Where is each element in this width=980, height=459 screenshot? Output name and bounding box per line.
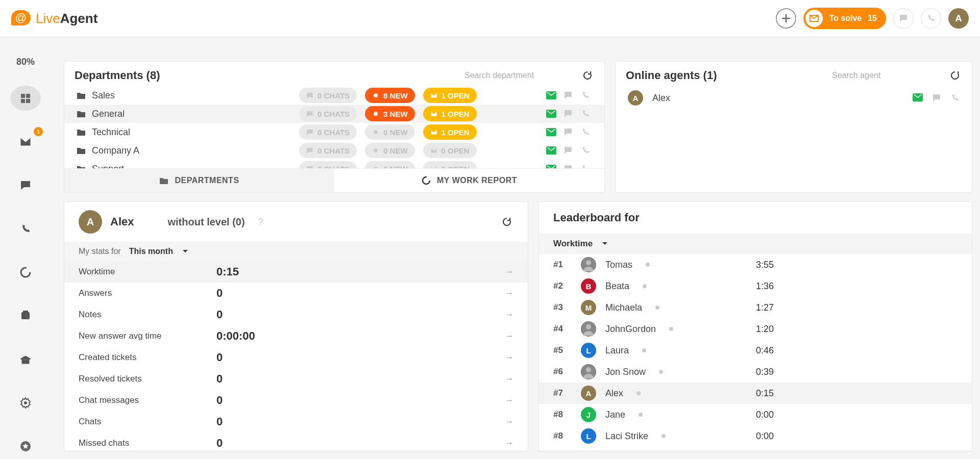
status-dot-icon	[643, 284, 647, 288]
add-button[interactable]	[776, 8, 796, 29]
stat-value: 0	[216, 415, 505, 428]
user-avatar[interactable]: A	[948, 8, 969, 29]
mail-icon	[430, 129, 437, 135]
leaderboard-row[interactable]: #7 A Alex 0:15	[539, 382, 972, 404]
refresh-icon	[502, 217, 512, 227]
stats-avatar: A	[79, 210, 102, 234]
leaderboard-time: 1:36	[756, 281, 774, 292]
stat-row[interactable]: Created tickets 0 →	[64, 347, 528, 368]
agent-search-input[interactable]	[832, 71, 939, 80]
logo[interactable]: @ LiveAgent	[11, 10, 97, 27]
stat-row[interactable]: Chat messages 0 →	[64, 390, 528, 411]
stat-value: 0	[216, 394, 505, 407]
leaderboard-name: Laura	[605, 345, 629, 356]
stats-period-dropdown[interactable]: This month	[129, 247, 188, 256]
open-pill: 1 OPEN	[423, 124, 477, 140]
stat-value: 0	[216, 351, 505, 364]
stat-value: 0	[216, 287, 505, 300]
leaderboard-row[interactable]: #3 M Michaela 1:27	[539, 297, 972, 318]
arrow-right-icon: →	[505, 289, 513, 298]
phone-status-icon	[950, 93, 960, 103]
new-pill: 8 NEW	[365, 88, 415, 103]
sidebar-item-star[interactable]	[10, 434, 41, 459]
leaderboard-row[interactable]: #6 Jon Snow 0:39	[539, 361, 972, 382]
leaderboard-row[interactable]: #2 B Beata 1:36	[539, 275, 972, 297]
department-search-input[interactable]	[464, 71, 572, 80]
svg-point-15	[374, 148, 378, 152]
leaderboard-name: Laci Strike	[605, 431, 648, 442]
department-row[interactable]: Sales 0 CHATS 8 NEW 1 OPEN	[64, 86, 604, 105]
tab-departments[interactable]: DEPARTMENTS	[64, 169, 334, 192]
mail-icon	[430, 92, 437, 98]
leaderboard-avatar	[581, 321, 596, 337]
leaderboard-row[interactable]: #8 J Jane 0:00	[539, 404, 972, 425]
help-icon[interactable]: ?	[258, 217, 263, 227]
chat-icon	[306, 129, 313, 136]
stat-row[interactable]: Answers 0 →	[64, 283, 528, 304]
leaderboard-avatar: A	[581, 386, 596, 401]
stats-refresh-button[interactable]	[500, 215, 513, 228]
agents-refresh-button[interactable]	[948, 69, 962, 82]
sidebar-item-settings[interactable]	[10, 390, 41, 415]
leaderboard-avatar	[581, 364, 596, 379]
chats-pill: 0 CHATS	[299, 161, 357, 168]
mail-icon	[430, 147, 437, 154]
stat-row[interactable]: Missed chats 0 →	[64, 432, 528, 454]
sidebar-item-activity[interactable]	[10, 260, 41, 285]
sidebar-item-kb[interactable]	[10, 347, 41, 372]
stat-row[interactable]: Worktime 0:15 →	[64, 261, 528, 283]
svg-point-26	[586, 367, 591, 372]
status-dot-icon	[669, 327, 673, 331]
department-row[interactable]: Support 0 CHATS 0 NEW 0 OPEN	[64, 160, 604, 168]
leaderboard-row[interactable]: #5 L Laura 0:46	[539, 340, 972, 361]
stat-row[interactable]: Chats 0 →	[64, 411, 528, 432]
open-pill: 0 OPEN	[423, 143, 477, 158]
sidebar-item-contacts[interactable]	[10, 303, 41, 328]
chat-icon-button[interactable]	[893, 8, 914, 29]
svg-point-9	[374, 93, 378, 97]
main: Departments (8) Sales 0 CHATS 8 NEW 1 OP…	[56, 61, 970, 459]
stat-row[interactable]: Notes 0 →	[64, 304, 528, 325]
leaderboard-time: 3:55	[756, 260, 774, 270]
leaderboard-avatar: L	[581, 343, 596, 358]
mail-icon	[20, 137, 31, 146]
agent-row[interactable]: A Alex	[616, 86, 972, 110]
star-icon	[20, 441, 31, 452]
open-pill: 1 OPEN	[423, 106, 477, 121]
leaderboard-row[interactable]: #8 L Laci Strike 0:00	[539, 425, 972, 447]
sun-icon	[372, 147, 379, 154]
department-row[interactable]: Technical 0 CHATS 0 NEW 1 OPEN	[64, 123, 604, 141]
sidebar-item-chat[interactable]	[10, 173, 41, 198]
stat-row[interactable]: Resolved tickets 0 →	[64, 368, 528, 390]
leaderboard-row[interactable]: #4 JohnGordon 1:20	[539, 318, 972, 340]
tab-mywork[interactable]: MY WORK REPORT	[334, 169, 604, 192]
mail-icon	[430, 111, 437, 117]
departments-panel: Departments (8) Sales 0 CHATS 8 NEW 1 OP…	[64, 61, 605, 193]
phone-icon	[926, 14, 936, 23]
plus-icon	[781, 13, 791, 23]
folder-icon	[159, 176, 168, 185]
svg-rect-3	[26, 99, 30, 103]
leaderboard-metric-dropdown[interactable]: Worktime	[553, 239, 608, 249]
leaderboard-rank: #4	[553, 324, 572, 334]
sidebar-item-dashboard[interactable]	[10, 86, 41, 111]
phone-status-icon	[581, 109, 592, 118]
folder-icon	[77, 147, 86, 155]
sidebar-item-mail[interactable]: 1	[10, 129, 41, 154]
phone-icon-button[interactable]	[921, 8, 941, 29]
status-dot-icon	[655, 305, 659, 310]
new-pill: 0 NEW	[365, 143, 415, 158]
contacts-icon	[20, 310, 31, 321]
leaderboard-row[interactable]: #1 Tomas 3:55	[539, 254, 972, 275]
leaderboard-time: 1:20	[756, 324, 774, 335]
stat-row[interactable]: New answer avg time 0:00:00 →	[64, 325, 528, 347]
sidebar-item-phone[interactable]	[10, 216, 41, 241]
leaderboard-rank: #7	[553, 388, 572, 398]
arrow-right-icon: →	[505, 417, 513, 426]
to-solve-button[interactable]: To solve 15	[803, 8, 886, 29]
department-row[interactable]: Company A 0 CHATS 0 NEW 0 OPEN	[64, 141, 604, 160]
department-row[interactable]: General 0 CHATS 3 NEW 1 OPEN	[64, 105, 604, 123]
online-agents-title: Online agents (1)	[626, 69, 832, 82]
leaderboard-time: 0:15	[756, 388, 774, 399]
departments-refresh-button[interactable]	[581, 69, 594, 82]
